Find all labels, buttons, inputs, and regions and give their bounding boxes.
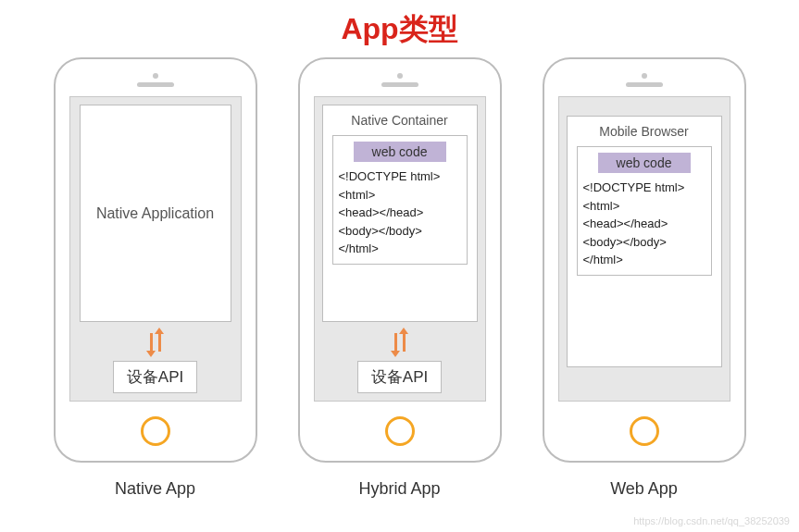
phone-frame: Native Application 设备API	[54, 57, 257, 463]
phone-screen: Mobile Browser web code <!DOCTYPE html> …	[558, 96, 730, 402]
code-line: <body></body>	[583, 233, 705, 252]
phone-caption: Native App	[115, 479, 195, 499]
arrow-up-icon	[403, 333, 406, 352]
diagram-title: App类型	[0, 0, 799, 57]
phone-screen: Native Container web code <!DOCTYPE html…	[314, 96, 486, 402]
container-title: Native Container	[351, 113, 447, 128]
home-button-icon	[385, 416, 415, 446]
camera-icon	[153, 73, 158, 79]
code-lines: <!DOCTYPE html> <html> <head></head> <bo…	[578, 177, 711, 275]
code-line: </html>	[583, 251, 705, 269]
code-line: <!DOCTYPE html>	[339, 167, 461, 186]
arrows-icon	[394, 328, 406, 357]
phone-caption: Web App	[610, 479, 678, 499]
native-container-box: Native Container web code <!DOCTYPE html…	[322, 105, 478, 322]
home-button-icon	[630, 416, 659, 446]
phone-top	[56, 59, 256, 96]
container-title: Mobile Browser	[599, 124, 688, 139]
watermark-text: https://blog.csdn.net/qq_38252039	[633, 515, 790, 526]
phone-web: Mobile Browser web code <!DOCTYPE html> …	[543, 57, 746, 499]
phone-top	[300, 59, 500, 96]
phone-screen: Native Application 设备API	[69, 96, 242, 402]
code-line: <!DOCTYPE html>	[583, 179, 705, 197]
arrows-icon	[150, 328, 161, 357]
code-line: <head></head>	[583, 215, 705, 233]
web-code-label: web code	[354, 142, 446, 162]
camera-icon	[642, 73, 647, 79]
device-api-button: 设备API	[113, 361, 197, 393]
arrow-down-icon	[394, 333, 397, 352]
phones-row: Native Application 设备API Native App Nati…	[0, 57, 799, 499]
arrow-up-icon	[158, 333, 161, 352]
phone-frame: Native Container web code <!DOCTYPE html…	[298, 57, 502, 463]
phone-caption: Hybrid App	[358, 479, 440, 499]
code-line: <head></head>	[339, 204, 461, 222]
speaker-icon	[381, 82, 418, 87]
web-code-label: web code	[598, 153, 691, 173]
arrow-down-icon	[150, 333, 153, 352]
speaker-icon	[137, 82, 174, 87]
phone-top	[544, 59, 744, 96]
code-line: <html>	[583, 197, 705, 216]
camera-icon	[397, 73, 403, 79]
home-button-icon	[141, 416, 170, 446]
phone-native: Native Application 设备API Native App	[54, 57, 257, 499]
speaker-icon	[626, 82, 663, 87]
phone-frame: Mobile Browser web code <!DOCTYPE html> …	[543, 57, 746, 463]
code-lines: <!DOCTYPE html> <html> <head></head> <bo…	[333, 166, 467, 264]
device-api-button: 设备API	[357, 361, 442, 393]
native-application-box: Native Application	[80, 105, 231, 322]
code-line: <body></body>	[339, 222, 461, 241]
code-line: </html>	[339, 240, 461, 258]
code-box: web code <!DOCTYPE html> <html> <head></…	[332, 135, 468, 265]
phone-hybrid: Native Container web code <!DOCTYPE html…	[298, 57, 502, 499]
code-line: <html>	[339, 186, 461, 204]
mobile-browser-box: Mobile Browser web code <!DOCTYPE html> …	[567, 116, 722, 367]
code-box: web code <!DOCTYPE html> <html> <head></…	[577, 146, 712, 276]
